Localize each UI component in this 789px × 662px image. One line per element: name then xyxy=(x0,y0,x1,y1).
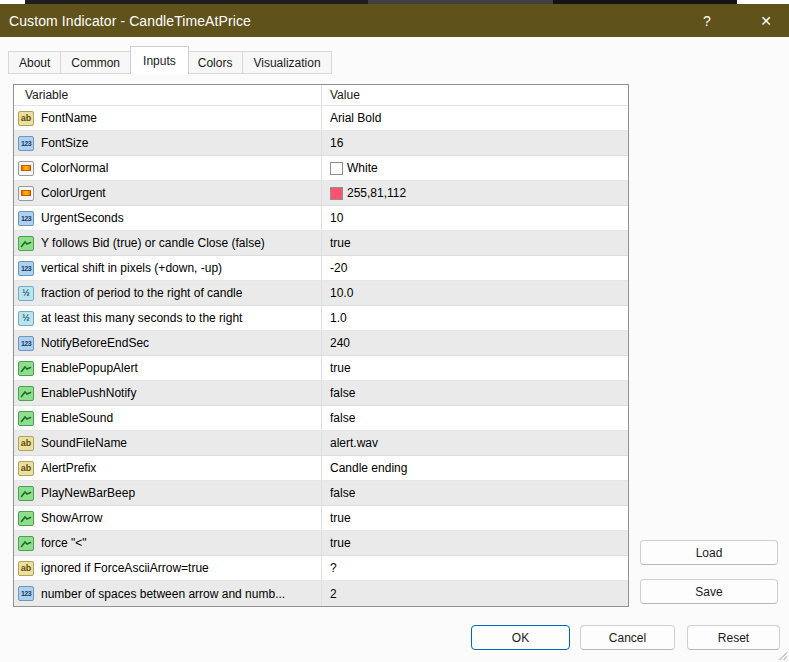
variable-value: ? xyxy=(330,561,337,575)
table-row[interactable]: PlayNewBarBeep false xyxy=(14,481,628,506)
window-title: Custom Indicator - CandleTimeAtPrice xyxy=(0,13,251,29)
load-button[interactable]: Load xyxy=(640,540,778,565)
color-bar xyxy=(21,190,31,196)
variable-name: FontName xyxy=(41,111,97,125)
variable-name: FontSize xyxy=(41,136,88,150)
resize-grip[interactable] xyxy=(779,652,787,660)
table-row[interactable]: EnablePushNotify false xyxy=(14,381,628,406)
variable-value: true xyxy=(330,536,351,550)
variable-name: ColorNormal xyxy=(41,161,108,175)
column-header-variable: Variable xyxy=(14,85,321,105)
string-param-icon: ab xyxy=(18,436,34,451)
table-row[interactable]: 123 number of spaces between arrow and n… xyxy=(14,581,628,606)
bool-param-icon xyxy=(18,386,34,401)
variable-value: true xyxy=(330,361,351,375)
variable-value: 10 xyxy=(330,211,343,225)
table-row[interactable]: 123 FontSize 16 xyxy=(14,131,628,156)
variable-name: fraction of period to the right of candl… xyxy=(41,286,242,300)
color-swatch xyxy=(330,187,343,200)
variable-value: true xyxy=(330,511,351,525)
variable-name: PlayNewBarBeep xyxy=(41,486,135,500)
integer-param-icon: 123 xyxy=(18,336,34,351)
cancel-button[interactable]: Cancel xyxy=(580,625,675,650)
variable-value: Arial Bold xyxy=(330,111,381,125)
help-icon: ? xyxy=(703,13,711,29)
integer-param-icon: 123 xyxy=(18,261,34,276)
color-bar xyxy=(21,165,31,171)
variable-name: EnablePushNotify xyxy=(41,386,136,400)
variable-name: Y follows Bid (true) or candle Close (fa… xyxy=(41,236,265,250)
color-swatch xyxy=(330,162,343,175)
table-row[interactable]: force "<" true xyxy=(14,531,628,556)
variable-name: EnablePopupAlert xyxy=(41,361,138,375)
string-param-icon: ab xyxy=(18,461,34,476)
variable-name: EnableSound xyxy=(41,411,113,425)
tab-inputs[interactable]: Inputs xyxy=(130,46,189,74)
tab-colors[interactable]: Colors xyxy=(188,51,244,74)
string-param-icon: ab xyxy=(18,111,34,126)
double-param-icon: ½ xyxy=(18,311,34,326)
save-button[interactable]: Save xyxy=(640,579,778,604)
title-bar[interactable]: Custom Indicator - CandleTimeAtPrice ? ✕ xyxy=(0,4,789,37)
ok-button[interactable]: OK xyxy=(471,625,570,650)
table-row[interactable]: ColorUrgent 255,81,112 xyxy=(14,181,628,206)
tab-strip: AboutCommonInputsColorsVisualization xyxy=(8,46,332,74)
variable-name: ShowArrow xyxy=(41,511,102,525)
variable-name: ColorUrgent xyxy=(41,186,106,200)
bool-param-icon xyxy=(18,361,34,376)
double-param-icon: ½ xyxy=(18,286,34,301)
table-row[interactable]: ½ at least this many seconds to the righ… xyxy=(14,306,628,331)
variable-value: 2 xyxy=(330,587,337,601)
table-row[interactable]: ab SoundFileName alert.wav xyxy=(14,431,628,456)
custom-indicator-dialog: Custom Indicator - CandleTimeAtPrice ? ✕… xyxy=(0,0,789,662)
variable-value: alert.wav xyxy=(330,436,378,450)
variable-name: ignored if ForceAsciiArrow=true xyxy=(41,561,209,575)
variable-value: true xyxy=(330,236,351,250)
variable-value: -20 xyxy=(330,261,347,275)
table-row[interactable]: Y follows Bid (true) or candle Close (fa… xyxy=(14,231,628,256)
integer-param-icon: 123 xyxy=(18,136,34,151)
table-row[interactable]: 123 NotifyBeforeEndSec 240 xyxy=(14,331,628,356)
table-row[interactable]: 123 vertical shift in pixels (+down, -up… xyxy=(14,256,628,281)
variable-value: Candle ending xyxy=(330,461,407,475)
table-row[interactable]: 123 UrgentSeconds 10 xyxy=(14,206,628,231)
table-header: Variable Value xyxy=(14,85,628,106)
variable-name: at least this many seconds to the right xyxy=(41,311,242,325)
bool-param-icon xyxy=(18,536,34,551)
variable-value: 16 xyxy=(330,136,343,150)
variable-value: 10.0 xyxy=(330,286,353,300)
variable-name: UrgentSeconds xyxy=(41,211,124,225)
bool-param-icon xyxy=(18,411,34,426)
color-param-icon xyxy=(18,186,34,201)
integer-param-icon: 123 xyxy=(18,586,34,601)
table-row[interactable]: ColorNormal White xyxy=(14,156,628,181)
reset-button[interactable]: Reset xyxy=(687,625,780,650)
variable-value: false xyxy=(330,386,355,400)
close-icon: ✕ xyxy=(760,13,772,29)
variable-value: White xyxy=(347,161,378,175)
tab-about[interactable]: About xyxy=(8,51,61,74)
variable-value: false xyxy=(330,411,355,425)
table-row[interactable]: ShowArrow true xyxy=(14,506,628,531)
variable-value: 240 xyxy=(330,336,350,350)
string-param-icon: ab xyxy=(18,561,34,576)
bool-param-icon xyxy=(18,511,34,526)
tab-common[interactable]: Common xyxy=(61,51,131,74)
table-row[interactable]: EnableSound false xyxy=(14,406,628,431)
inputs-table: Variable Value ab FontName Arial Bold 12… xyxy=(13,84,629,607)
close-button[interactable]: ✕ xyxy=(743,4,789,37)
table-row[interactable]: ½ fraction of period to the right of can… xyxy=(14,281,628,306)
variable-name: vertical shift in pixels (+down, -up) xyxy=(41,261,222,275)
variable-name: number of spaces between arrow and numb.… xyxy=(41,587,285,601)
integer-param-icon: 123 xyxy=(18,211,34,226)
variable-name: AlertPrefix xyxy=(41,461,96,475)
help-button[interactable]: ? xyxy=(684,4,730,37)
table-row[interactable]: ab ignored if ForceAsciiArrow=true ? xyxy=(14,556,628,581)
variable-name: force "<" xyxy=(41,536,87,550)
variable-value: 1.0 xyxy=(330,311,347,325)
tab-visualization[interactable]: Visualization xyxy=(243,51,331,74)
column-header-value: Value xyxy=(321,85,628,105)
table-row[interactable]: EnablePopupAlert true xyxy=(14,356,628,381)
table-row[interactable]: ab AlertPrefix Candle ending xyxy=(14,456,628,481)
table-row[interactable]: ab FontName Arial Bold xyxy=(14,106,628,131)
